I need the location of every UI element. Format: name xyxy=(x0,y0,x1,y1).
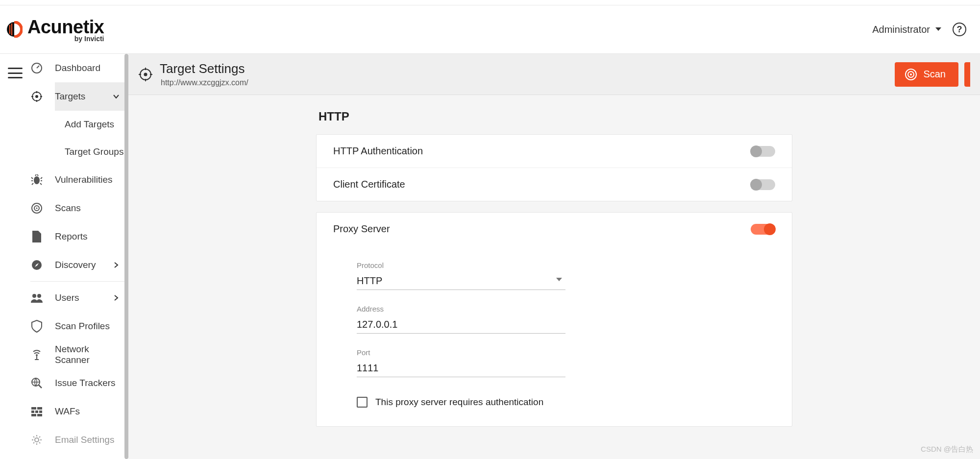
antenna-icon xyxy=(30,348,43,361)
gauge-icon xyxy=(30,62,43,74)
svg-rect-1 xyxy=(11,24,12,35)
brand-mark-icon xyxy=(6,21,23,38)
sidebar-item-issue-trackers[interactable]: Issue Trackers xyxy=(55,369,128,397)
user-menu[interactable]: Administrator xyxy=(872,24,942,35)
sidebar: Dashboard Targets Add Targets Target Gro… xyxy=(30,54,128,459)
proxy-card: Proxy Server Protocol Address xyxy=(316,212,792,427)
svg-point-26 xyxy=(910,73,912,75)
svg-rect-0 xyxy=(9,25,10,34)
protocol-field: Protocol xyxy=(357,261,565,290)
secondary-button-edge[interactable] xyxy=(964,62,970,87)
caret-down-icon xyxy=(935,27,942,32)
sidebar-item-label: Users xyxy=(55,292,101,303)
svg-point-12 xyxy=(36,354,38,356)
file-icon xyxy=(30,230,43,243)
svg-rect-14 xyxy=(31,407,36,410)
sidebar-item-label: Vulnerabilities xyxy=(55,174,120,185)
globe-search-icon xyxy=(30,377,43,389)
sidebar-item-label: Add Targets xyxy=(65,119,114,130)
row-label: Client Certificate xyxy=(333,179,405,190)
svg-point-5 xyxy=(34,176,40,184)
field-label: Port xyxy=(357,348,565,357)
page-subtitle: http://www.xzcggjzx.com/ xyxy=(160,78,248,87)
sidebar-item-label: Discovery xyxy=(55,260,101,270)
field-label: Protocol xyxy=(357,261,565,269)
main-content: Target Settings http://www.xzcggjzx.com/… xyxy=(128,54,980,459)
sidebar-item-target-groups[interactable]: Target Groups xyxy=(55,138,128,166)
sidebar-item-targets[interactable]: Targets xyxy=(55,82,128,111)
user-label: Administrator xyxy=(872,24,930,35)
page-title: Target Settings xyxy=(160,61,248,76)
scan-icon xyxy=(905,68,917,81)
field-label: Address xyxy=(357,305,565,313)
svg-rect-15 xyxy=(37,407,42,410)
svg-rect-17 xyxy=(35,411,38,413)
protocol-select[interactable] xyxy=(357,272,565,290)
help-icon[interactable]: ? xyxy=(953,23,966,36)
proxy-auth-checkbox[interactable] xyxy=(357,397,368,408)
radar-icon xyxy=(30,202,43,215)
client-cert-toggle[interactable] xyxy=(751,179,775,190)
chevron-down-icon xyxy=(113,93,120,100)
sidebar-item-add-targets[interactable]: Add Targets xyxy=(55,111,128,138)
svg-rect-18 xyxy=(39,411,42,413)
http-auth-toggle[interactable] xyxy=(751,146,775,157)
crosshair-icon xyxy=(138,67,153,82)
sidebar-item-label: Scan Profiles xyxy=(55,321,120,332)
gear-icon xyxy=(30,434,43,446)
sidebar-item-users[interactable]: Users xyxy=(55,284,128,312)
bug-icon xyxy=(30,173,43,186)
watermark: CSDN @告白热 xyxy=(921,445,973,454)
sidebar-item-vulnerabilities[interactable]: Vulnerabilities xyxy=(55,166,128,194)
sidebar-item-network-scanner[interactable]: Network Scanner xyxy=(55,340,128,369)
sidebar-item-scan-profiles[interactable]: Scan Profiles xyxy=(55,312,128,340)
sidebar-item-email-settings[interactable]: Email Settings xyxy=(55,426,128,454)
http-authentication-row: HTTP Authentication xyxy=(317,135,792,168)
checkbox-label: This proxy server requires authenticatio… xyxy=(375,397,543,408)
compass-icon xyxy=(30,259,43,271)
http-section-title: HTTP xyxy=(316,110,792,123)
svg-rect-19 xyxy=(31,414,36,416)
sidebar-item-reports[interactable]: Reports xyxy=(55,222,128,251)
brand-logo: Acunetix by Invicti xyxy=(6,17,104,43)
sidebar-item-discovery[interactable]: Discovery xyxy=(55,251,128,279)
row-label: HTTP Authentication xyxy=(333,145,423,157)
address-input[interactable] xyxy=(357,316,565,334)
users-icon xyxy=(30,291,43,304)
sidebar-item-dashboard[interactable]: Dashboard xyxy=(55,54,128,82)
shield-icon xyxy=(30,320,43,333)
menu-toggle-icon[interactable] xyxy=(8,68,23,78)
svg-rect-16 xyxy=(31,411,34,413)
svg-point-10 xyxy=(32,294,36,298)
svg-point-23 xyxy=(144,72,147,76)
firewall-icon xyxy=(30,405,43,418)
sidebar-item-label: Network Scanner xyxy=(55,344,120,365)
scan-button-label: Scan xyxy=(923,69,946,80)
svg-point-21 xyxy=(35,438,39,442)
sidebar-item-label: Scans xyxy=(55,203,120,214)
chevron-right-icon xyxy=(113,294,120,301)
sidebar-item-label: Email Settings xyxy=(55,435,120,445)
port-field: Port xyxy=(357,348,565,377)
svg-rect-20 xyxy=(37,414,42,416)
svg-point-8 xyxy=(36,208,38,209)
http-card: HTTP Authentication Client Certificate xyxy=(316,134,792,201)
client-certificate-row: Client Certificate xyxy=(317,168,792,201)
proxy-server-row: Proxy Server xyxy=(317,213,792,245)
port-input[interactable] xyxy=(357,360,565,377)
sidebar-item-scans[interactable]: Scans xyxy=(55,194,128,222)
address-field: Address xyxy=(357,305,565,334)
svg-point-11 xyxy=(37,294,41,298)
page-header: Target Settings http://www.xzcggjzx.com/… xyxy=(128,54,980,95)
row-label: Proxy Server xyxy=(333,223,390,235)
divider xyxy=(30,281,128,282)
proxy-toggle[interactable] xyxy=(751,224,775,235)
sidebar-item-label: Target Groups xyxy=(65,146,123,157)
sidebar-item-label: Targets xyxy=(55,91,101,102)
target-icon xyxy=(30,90,43,103)
sidebar-item-wafs[interactable]: WAFs xyxy=(55,397,128,426)
top-bar: Acunetix by Invicti Administrator ? xyxy=(0,5,980,54)
sidebar-item-label: Reports xyxy=(55,231,120,242)
sidebar-item-label: Issue Trackers xyxy=(55,378,120,388)
scan-button[interactable]: Scan xyxy=(895,62,958,87)
